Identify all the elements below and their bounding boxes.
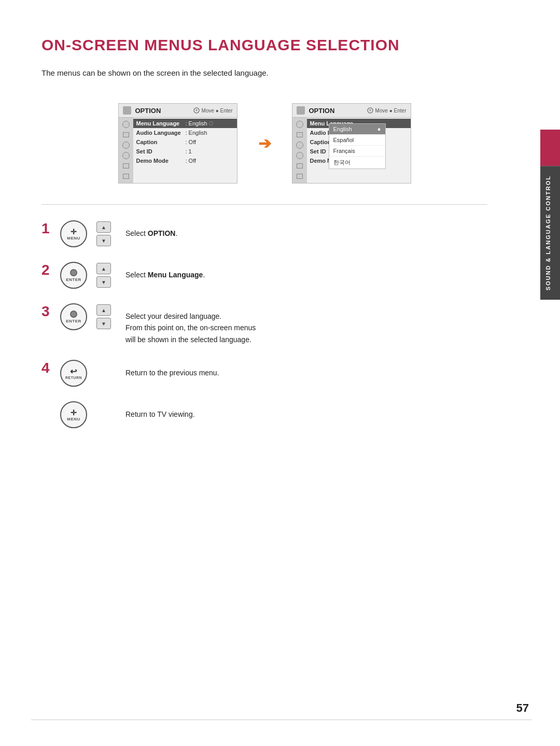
step-4-number: 4: [41, 361, 52, 375]
icon-item-3: [121, 140, 131, 150]
arrow-updown-1: ▲ ▼: [96, 221, 111, 246]
icon-item-a3: [295, 140, 304, 150]
arrow-updown-2: ▲ ▼: [96, 263, 111, 288]
menu-header-before: OPTION Move ● Enter: [119, 104, 237, 118]
dropdown-item-english: English ●: [329, 124, 385, 135]
dropdown-item-francais: Français: [329, 146, 385, 157]
menu-row-4: Demo Mode : Off: [133, 156, 237, 165]
step-5-buttons: ✛ MENU: [60, 401, 117, 428]
menu-button-1[interactable]: ✛ MENU: [60, 220, 87, 247]
icon-item-a6: [295, 172, 304, 181]
step-1-number: 1: [41, 221, 52, 236]
menu-rows-before: Menu Language : English Audio Language :…: [133, 118, 237, 183]
menu-after: OPTION Move ● Enter Menu Langu: [292, 103, 411, 184]
menu-nav-after: Move ● Enter: [367, 107, 407, 114]
move-icon-5: ✛: [71, 409, 77, 417]
enter-button-3[interactable]: ENTER: [60, 303, 87, 330]
screenshots-area: OPTION Move ● Enter Menu Langu: [41, 103, 487, 184]
arrow-down-1[interactable]: ▼: [96, 235, 111, 246]
icon-item-5: [121, 161, 131, 171]
step-1-buttons: ✛ MENU ▲ ▼: [60, 220, 117, 247]
icon-item-2: [121, 130, 131, 139]
transition-arrow: ➔: [258, 134, 271, 152]
enter-label-2: ENTER: [66, 277, 81, 282]
menu-icons-before: [119, 118, 133, 183]
icon-item-a4: [295, 151, 304, 160]
menu-row-1: Audio Language : English: [133, 128, 237, 137]
arrow-down-3[interactable]: ▼: [96, 318, 111, 329]
dropdown-item-espanol: Español: [329, 135, 385, 146]
step-5-row: 5 ✛ MENU Return to TV viewing.: [41, 401, 487, 428]
icon-item-a1: [295, 120, 304, 129]
step-2-text: Select Menu Language.: [125, 262, 205, 280]
icon-item-a2: [295, 130, 304, 139]
enter-circle-2: [70, 269, 77, 276]
step-5-text: Return to TV viewing.: [125, 401, 195, 420]
return-label: RETURN: [65, 376, 82, 379]
steps-area: 1 ✛ MENU ▲ ▼ Select OPTION. 2: [41, 220, 487, 428]
menu-icons-after: [292, 118, 307, 183]
icon-item-a5: [295, 161, 304, 171]
side-accent-bar: [540, 130, 560, 166]
step-1-row: 1 ✛ MENU ▲ ▼ Select OPTION.: [41, 220, 487, 247]
arrow-down-2[interactable]: ▼: [96, 276, 111, 288]
menu-label-5: MENU: [67, 417, 80, 421]
step-2-number: 2: [41, 263, 52, 277]
enter-button-2[interactable]: ENTER: [60, 262, 87, 289]
step-2-buttons: ENTER ▲ ▼: [60, 262, 117, 289]
menu-title-before: OPTION: [135, 107, 189, 115]
return-arrow-icon: ↩: [70, 368, 77, 376]
enter-circle-3: [70, 311, 77, 318]
page-title: ON-SCREEN MENUS LANGUAGE SELECTION: [41, 36, 487, 54]
arrow-updown-3: ▲ ▼: [96, 304, 111, 329]
menu-button-5[interactable]: ✛ MENU: [60, 401, 87, 428]
step-3-text: Select your desired language. From this …: [125, 303, 256, 345]
arrow-up-3[interactable]: ▲: [96, 304, 111, 316]
bottom-divider: [31, 720, 531, 720]
page-subtitle: The menus can be shown on the screen in …: [41, 68, 487, 77]
page-number: 57: [516, 701, 529, 715]
menu-nav-before: Move ● Enter: [193, 107, 233, 114]
arrow-up-2[interactable]: ▲: [96, 263, 111, 274]
menu-row-0: Menu Language : English: [133, 119, 237, 128]
step-3-number: 3: [41, 304, 52, 319]
dropdown-item-korean: 한국어: [329, 157, 385, 168]
move-icon: ✛: [71, 228, 77, 236]
step-4-buttons: ↩ RETURN: [60, 360, 117, 387]
menu-title-after: OPTION: [309, 107, 363, 115]
language-dropdown: English ● Español Français 한국어: [329, 123, 386, 169]
step-4-row: 4 ↩ RETURN Return to the previous menu.: [41, 360, 487, 387]
icon-item-4: [121, 151, 131, 160]
icon-item-6: [121, 172, 131, 181]
menu-label-1: MENU: [67, 236, 80, 241]
step-2-row: 2 ENTER ▲ ▼ Select Menu Language.: [41, 262, 487, 289]
menu-body-before: Menu Language : English Audio Language :…: [119, 118, 237, 183]
arrows-3: ▲ ▼: [91, 304, 116, 329]
side-tab-label: SOUND & LANGUAGE CONTROL: [540, 166, 560, 300]
step-1-text: Select OPTION.: [125, 220, 177, 239]
menu-before: OPTION Move ● Enter Menu Langu: [118, 103, 237, 184]
step-3-buttons: ENTER ▲ ▼: [60, 303, 117, 330]
menu-icon-before: [123, 106, 131, 115]
enter-label-3: ENTER: [66, 319, 81, 323]
arrow-up-1[interactable]: ▲: [96, 221, 111, 233]
step-4-text: Return to the previous menu.: [125, 360, 219, 378]
return-button[interactable]: ↩ RETURN: [60, 360, 87, 387]
arrows-2: ▲ ▼: [91, 263, 116, 288]
section-divider: [41, 204, 487, 205]
arrows-1: ▲ ▼: [91, 221, 116, 246]
menu-row-2: Caption : Off: [133, 137, 237, 147]
radio-active: [209, 121, 213, 125]
menu-icon-after: [297, 106, 305, 115]
icon-item-1: [121, 120, 131, 129]
step-3-row: 3 ENTER ▲ ▼ Select your desired language…: [41, 303, 487, 345]
menu-header-after: OPTION Move ● Enter: [292, 104, 411, 118]
menu-row-3: Set ID : 1: [133, 147, 237, 156]
